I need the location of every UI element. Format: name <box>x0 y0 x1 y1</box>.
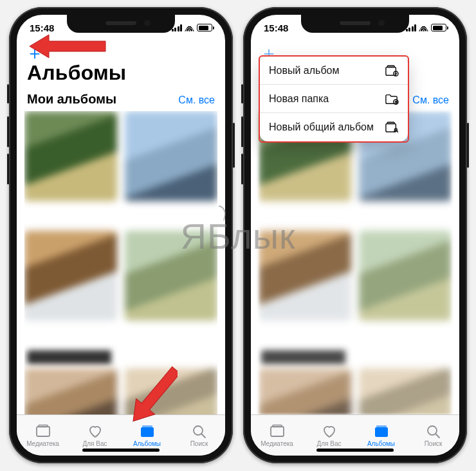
tab-label: Альбомы <box>367 440 395 447</box>
tab-label: Для Вас <box>316 440 341 447</box>
search-icon <box>191 423 208 439</box>
svg-rect-0 <box>37 427 50 436</box>
tab-label: Альбомы <box>133 440 161 447</box>
see-all-link[interactable]: См. все <box>178 94 215 106</box>
folder-add-icon <box>385 93 399 105</box>
tab-label: Поиск <box>425 440 443 447</box>
shared-album-icon <box>385 121 399 134</box>
menu-item-label: Новый общий альбом <box>269 121 374 133</box>
screen: 15:48 ＋ Альбомы Мои альбомы См. все <box>17 15 225 456</box>
create-menu: Новый альбом Новая папка Новый общий аль… <box>260 57 408 141</box>
home-indicator[interactable] <box>82 449 160 452</box>
tab-search[interactable]: Поиск <box>407 415 459 456</box>
album-tile[interactable] <box>359 368 452 414</box>
wifi-icon <box>419 24 428 31</box>
page-title: Альбомы <box>27 61 126 85</box>
menu-item-new-folder[interactable]: Новая папка <box>260 85 408 113</box>
tab-library[interactable]: Медиатека <box>17 415 69 456</box>
iphone-device-left: 15:48 ＋ Альбомы Мои альбомы См. все <box>9 7 233 463</box>
annotation-arrow-to-albums-tab <box>133 360 178 431</box>
tab-label: Поиск <box>190 440 208 447</box>
battery-icon <box>197 24 212 31</box>
notch <box>67 15 175 33</box>
menu-item-label: Новая папка <box>269 93 329 105</box>
status-time: 15:48 <box>30 22 54 33</box>
svg-rect-1 <box>39 425 48 427</box>
svg-rect-7 <box>387 66 394 67</box>
svg-line-22 <box>435 434 439 438</box>
menu-item-label: Новый альбом <box>269 65 339 76</box>
search-icon <box>425 423 442 439</box>
svg-rect-17 <box>271 427 284 436</box>
svg-rect-20 <box>376 425 387 427</box>
tab-library[interactable]: Медиатека <box>251 415 303 456</box>
home-indicator[interactable] <box>316 449 394 452</box>
svg-marker-23 <box>30 35 105 58</box>
notch <box>301 15 409 33</box>
section-header: Мои альбомы См. все <box>27 92 215 107</box>
for-you-icon <box>321 423 338 439</box>
screen: 15:48 ＋ Альбомы Мои альбомы См. все <box>251 15 459 456</box>
menu-item-new-album[interactable]: Новый альбом <box>260 57 408 85</box>
svg-rect-19 <box>375 427 388 437</box>
svg-rect-15 <box>387 122 394 123</box>
album-tile[interactable] <box>24 368 117 414</box>
albums-icon <box>373 423 390 439</box>
album-tile[interactable] <box>359 231 452 321</box>
library-icon <box>35 423 51 439</box>
svg-marker-24 <box>133 362 178 429</box>
tab-label: Для Вас <box>82 440 107 447</box>
see-all-link[interactable]: См. все <box>412 94 449 106</box>
album-add-icon <box>385 64 399 77</box>
albums-grid[interactable] <box>24 111 217 414</box>
wifi-icon <box>185 24 194 31</box>
annotation-arrow-to-plus <box>30 32 107 60</box>
library-icon <box>269 423 286 439</box>
svg-line-5 <box>201 434 205 438</box>
section-title: Мои альбомы <box>27 92 116 107</box>
menu-item-new-shared-album[interactable]: Новый общий альбом <box>260 113 408 141</box>
album-tile[interactable] <box>259 231 351 321</box>
iphone-device-right: 15:48 ＋ Альбомы Мои альбомы См. все <box>243 7 467 463</box>
albums-grid[interactable] <box>259 111 452 414</box>
album-tile[interactable] <box>24 231 117 321</box>
status-time: 15:48 <box>264 22 288 33</box>
album-tile[interactable] <box>125 231 217 321</box>
album-tile[interactable] <box>125 111 217 201</box>
battery-icon <box>431 24 446 31</box>
tab-label: Медиатека <box>261 440 293 447</box>
album-tile[interactable] <box>24 111 117 201</box>
svg-rect-18 <box>273 425 282 427</box>
tab-label: Медиатека <box>26 440 59 447</box>
for-you-icon <box>87 423 104 439</box>
album-tile[interactable] <box>259 368 351 414</box>
tab-search[interactable]: Поиск <box>173 415 225 456</box>
